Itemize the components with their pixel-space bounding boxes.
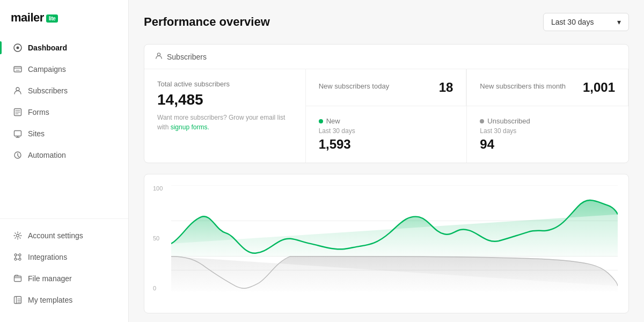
subscribers-section-label: Subscribers (167, 53, 207, 61)
sidebar-item-sites[interactable]: Sites (6, 123, 122, 144)
integrations-icon (13, 252, 23, 262)
svg-rect-5 (14, 131, 21, 136)
sidebar-item-file-manager[interactable]: File manager (6, 268, 122, 289)
total-active-value: 14,485 (157, 91, 292, 108)
logo-badge: lite (46, 14, 58, 23)
main-nav: Dashboard Campaigns Subscribers (0, 38, 128, 214)
sidebar-item-subscribers[interactable]: Subscribers (6, 80, 122, 101)
dashboard-icon (13, 43, 23, 53)
sidebar-bottom: Account settings Integrations (0, 218, 128, 322)
sidebar-item-file-manager-label: File manager (28, 274, 72, 283)
total-active-cell: Total active subscribers 14,485 Want mor… (144, 69, 306, 163)
templates-icon (13, 295, 23, 305)
new-sublabel: Last 30 days (319, 127, 454, 135)
signup-prompt: Want more subscribers? Grow your email l… (157, 113, 292, 132)
new-label: New (326, 117, 340, 125)
sidebar-item-account-settings-label: Account settings (28, 231, 83, 240)
new-month-cell: New subscribers this month 1,001 (467, 69, 628, 106)
chart-svg (171, 185, 618, 291)
new-today-label: New subscribers today (319, 82, 390, 90)
forms-icon (13, 107, 23, 117)
new-today-cell: New subscribers today 18 (306, 69, 467, 106)
sidebar-item-integrations[interactable]: Integrations (6, 247, 122, 267)
stats-card-header: Subscribers (144, 45, 628, 69)
logo-text: mailerlite (11, 11, 58, 25)
sidebar-item-my-templates-label: My templates (28, 296, 72, 304)
sidebar-item-forms-label: Forms (28, 108, 49, 116)
signup-forms-link[interactable]: signup forms. (171, 123, 209, 131)
sidebar-item-dashboard[interactable]: Dashboard (6, 38, 122, 58)
subscribers-stats-card: Subscribers Total active subscribers 14,… (144, 44, 629, 163)
middle-column: New subscribers today 18 New Last 30 day… (306, 69, 467, 163)
chevron-down-icon: ▾ (617, 18, 621, 26)
svg-rect-2 (14, 67, 21, 72)
sidebar-item-automation-label: Automation (28, 151, 66, 159)
sidebar-item-integrations-label: Integrations (28, 253, 67, 261)
sidebar-item-dashboard-label: Dashboard (28, 43, 67, 52)
unsub-value: 94 (480, 137, 616, 152)
main-content: Performance overview Last 30 days ▾ Subs… (129, 0, 644, 322)
file-manager-icon (13, 274, 23, 283)
svg-point-13 (157, 53, 160, 56)
unsub-sublabel: Last 30 days (480, 127, 616, 135)
sidebar: mailerlite Dashboard Campaigns (0, 0, 129, 322)
right-column: New subscribers this month 1,001 Unsubsc… (467, 69, 628, 163)
new-month-label: New subscribers this month (480, 82, 566, 90)
logo-area: mailerlite (0, 0, 128, 38)
automation-icon (13, 150, 23, 160)
y-label-100: 100 (153, 185, 163, 192)
page-title: Performance overview (144, 15, 270, 29)
sidebar-item-my-templates[interactable]: My templates (6, 290, 122, 310)
sidebar-item-automation[interactable]: Automation (6, 145, 122, 165)
y-label-0: 0 (153, 285, 163, 291)
sidebar-item-campaigns-label: Campaigns (28, 65, 66, 74)
campaigns-icon (13, 64, 23, 74)
unsub-label: Unsubscribed (487, 117, 530, 125)
new-value: 1,593 (319, 137, 454, 152)
settings-icon (13, 231, 23, 240)
new-dot (319, 119, 323, 123)
sidebar-item-sites-label: Sites (28, 129, 45, 138)
sidebar-item-forms[interactable]: Forms (6, 102, 122, 122)
unsub-dot (480, 119, 484, 123)
stats-grid: Total active subscribers 14,485 Want mor… (144, 69, 628, 163)
sidebar-item-subscribers-label: Subscribers (28, 86, 68, 95)
total-active-label: Total active subscribers (157, 80, 292, 88)
chart-y-labels: 100 50 0 (153, 185, 163, 291)
y-label-50: 50 (153, 235, 163, 241)
svg-point-1 (17, 47, 19, 49)
chart-container: 100 50 0 (144, 174, 629, 313)
new-today-value: 18 (439, 80, 453, 95)
subscribers-header-icon (155, 52, 163, 61)
svg-point-3 (16, 87, 19, 91)
sites-icon (13, 129, 23, 138)
date-filter-label: Last 30 days (551, 18, 594, 26)
new-month-value: 1,001 (583, 80, 615, 95)
sidebar-item-campaigns[interactable]: Campaigns (6, 59, 122, 79)
new-cell: New Last 30 days 1,593 (306, 106, 467, 163)
svg-point-6 (17, 235, 19, 237)
page-header: Performance overview Last 30 days ▾ (144, 13, 629, 31)
date-filter-dropdown[interactable]: Last 30 days ▾ (543, 13, 629, 31)
sidebar-item-account-settings[interactable]: Account settings (6, 225, 122, 246)
svg-rect-11 (14, 276, 21, 282)
subscribers-icon (13, 86, 23, 96)
unsub-cell: Unsubscribed Last 30 days 94 (467, 106, 628, 163)
